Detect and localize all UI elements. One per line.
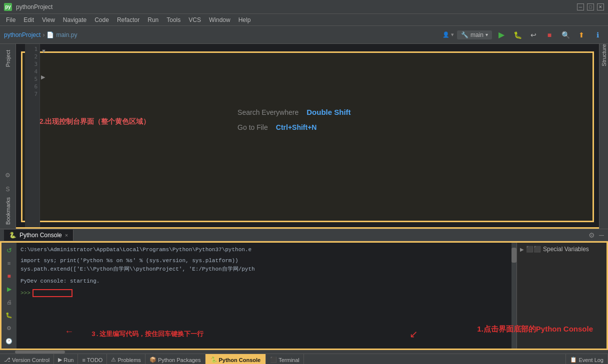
console-prompt-row: >>> <box>20 289 508 297</box>
menu-code[interactable]: Code <box>90 15 113 24</box>
tab-event-log[interactable]: 📋 Event Log <box>566 354 608 364</box>
coverage-button[interactable]: ↩ <box>527 28 540 41</box>
fold-toggle-2[interactable]: ▶ <box>41 74 45 80</box>
annotation-1-arrow: ↙ <box>410 328 418 340</box>
tab-run[interactable]: ▶ Run <box>54 354 78 364</box>
run-console-btn[interactable]: ▶ <box>4 284 14 295</box>
menu-edit[interactable]: Edit <box>20 15 38 24</box>
console-tab-bar: 🐍 Python Console × ⚙ ─ <box>0 229 608 241</box>
menu-navigate[interactable]: Navigate <box>59 15 90 24</box>
bottom-tab-bar: ⎇ Version Control ▶ Run ≡ TODO ⚠ Problem… <box>0 354 608 364</box>
structure-panel-label[interactable]: S <box>2 183 14 195</box>
menu-run[interactable]: Run <box>144 15 162 24</box>
console-output: C:\Users\Administrator\AppData\Local\Pro… <box>16 243 512 349</box>
tab-version-control[interactable]: ⎇ Version Control <box>0 354 54 364</box>
menu-help[interactable]: Help <box>234 15 255 24</box>
structure-label[interactable]: Structure <box>601 44 607 86</box>
left-sidebar: Project ⚙ S Bookmarks <box>0 44 16 229</box>
chevron-right-icon[interactable]: ▶ <box>520 247 524 252</box>
menu-view[interactable]: View <box>38 15 59 24</box>
search-icon[interactable]: 🔍 <box>559 28 572 41</box>
breadcrumb-root[interactable]: pythonProject <box>4 31 40 38</box>
python-console-tab[interactable]: 🐍 Python Console × <box>4 230 74 241</box>
console-minimize-icon[interactable]: ─ <box>599 231 604 239</box>
tab-problems[interactable]: ⚠ Problems <box>107 354 145 364</box>
version-control-icon: ⎇ <box>4 357 10 363</box>
tab-python-console[interactable]: 🐍 Python Console <box>206 354 266 364</box>
breadcrumb-file: 📄 main.py <box>46 31 77 38</box>
packages-icon: 📦 <box>150 357 156 363</box>
console-prompt: >>> <box>20 290 30 296</box>
annotation-1-text: 1.点击界面底部的Python Console <box>477 325 593 334</box>
editor-gutter: 1234567 <box>25 44 40 227</box>
maximize-button[interactable]: □ <box>587 3 594 10</box>
menu-file[interactable]: File <box>2 15 20 24</box>
history-btn[interactable]: 🕐 <box>4 336 14 347</box>
help-icon[interactable]: ℹ <box>591 28 604 41</box>
stop-button[interactable]: ■ <box>543 28 556 41</box>
title-bar: py pythonProject ─ □ ✕ <box>0 0 608 14</box>
debug-button[interactable]: 🐛 <box>511 28 524 41</box>
menu-bar: File Edit View Navigate Code Refactor Ru… <box>0 14 608 26</box>
special-vars-label: Special Variables <box>543 246 589 253</box>
python-console-tab-icon: 🐍 <box>210 357 218 363</box>
toolbar-right: 👤 ▾ 🔧 main ▾ ▶ 🐛 ↩ ■ 🔍 ⬆ ℹ <box>442 28 604 41</box>
structure-sidebar: Structure <box>599 44 608 229</box>
fold-toggle[interactable]: ▼ <box>41 48 46 54</box>
tab-icon: 🐍 <box>9 232 16 239</box>
console-left-toolbar: ↺ ≡ ■ ▶ 🖨 🐛 ⚙ 🕐 <box>2 243 16 349</box>
close-button[interactable]: ✕ <box>597 3 604 10</box>
event-log-icon: 📋 <box>570 357 577 363</box>
tab-terminal[interactable]: ⬛ Terminal <box>266 354 304 364</box>
console-settings-icon[interactable]: ⚙ <box>588 231 595 239</box>
terminal-icon: ⬛ <box>270 357 277 363</box>
search-everywhere-label: Search Everywhere <box>238 108 298 116</box>
list-btn[interactable]: ≡ <box>4 258 14 269</box>
user-icon[interactable]: 👤 ▾ <box>442 31 454 38</box>
rerun-btn[interactable]: ↺ <box>4 245 14 256</box>
console-line-4: PyDev console: starting. <box>20 277 508 286</box>
tab-python-packages[interactable]: 📦 Python Packages <box>146 354 206 364</box>
todo-icon: ≡ <box>82 357 85 363</box>
yellow-outline-annotation <box>21 51 594 222</box>
console-red-input-box[interactable] <box>32 289 72 297</box>
window-controls: ─ □ ✕ <box>577 3 604 10</box>
annotation-3-text: 3.这里编写代码，按住回车键换下一行 <box>92 330 204 339</box>
stop-btn[interactable]: ■ <box>4 271 14 282</box>
code-hints-overlay: Search Everywhere Double Shift Go to Fil… <box>238 108 351 131</box>
breadcrumb-sep: › <box>42 31 44 38</box>
menu-vcs[interactable]: VCS <box>184 15 205 24</box>
run-tab-icon: ▶ <box>58 357 62 363</box>
search-everywhere-key: Double Shift <box>306 108 350 116</box>
toolbar: pythonProject › 📄 main.py 👤 ▾ 🔧 main ▾ ▶… <box>0 26 608 44</box>
tab-close-btn[interactable]: × <box>65 232 68 238</box>
collapse-btn[interactable]: ⚙ <box>2 169 14 181</box>
console-line-3: sys.path.extend(['E:\\Python自学网\\pythonP… <box>20 265 508 274</box>
project-panel-label[interactable]: Project <box>5 46 11 71</box>
console-line-1: C:\Users\Administrator\AppData\Local\Pro… <box>20 246 508 255</box>
run-config-group[interactable]: 🔧 main ▾ <box>457 30 492 39</box>
tab-label: Python Console <box>20 232 62 239</box>
console-h-scrollbar[interactable] <box>0 350 608 354</box>
main-layout: Project ⚙ S Bookmarks Search Everywhere … <box>0 44 608 229</box>
minimize-button[interactable]: ─ <box>577 3 584 10</box>
menu-window[interactable]: Window <box>205 15 234 24</box>
debug-console-btn[interactable]: 🐛 <box>4 310 14 321</box>
tab-todo[interactable]: ≡ TODO <box>78 354 107 364</box>
run-button[interactable]: ▶ <box>495 28 508 41</box>
breadcrumb: pythonProject › 📄 main.py <box>4 31 440 38</box>
settings-icon[interactable]: ⬆ <box>575 28 588 41</box>
menu-tools[interactable]: Tools <box>162 15 184 24</box>
variables-panel-header: ▶ ⬛⬛ Special Variables <box>520 246 604 253</box>
print-btn[interactable]: 🖨 <box>4 297 14 308</box>
bookmarks-label[interactable]: Bookmarks <box>5 195 11 227</box>
editor-area: Search Everywhere Double Shift Go to Fil… <box>16 44 599 229</box>
goto-file-label: Go to File <box>238 123 268 131</box>
console-panel: 🐍 Python Console × ⚙ ─ ↺ ≡ ■ ▶ 🖨 🐛 ⚙ 🕐 C… <box>0 229 608 354</box>
console-line-2: import sys; print('Python %s on %s' % (s… <box>20 257 508 266</box>
settings-console-btn[interactable]: ⚙ <box>4 323 14 334</box>
goto-file-key: Ctrl+Shift+N <box>276 123 317 131</box>
problems-icon: ⚠ <box>111 357 116 363</box>
app-icon: py <box>4 3 12 11</box>
menu-refactor[interactable]: Refactor <box>113 15 144 24</box>
